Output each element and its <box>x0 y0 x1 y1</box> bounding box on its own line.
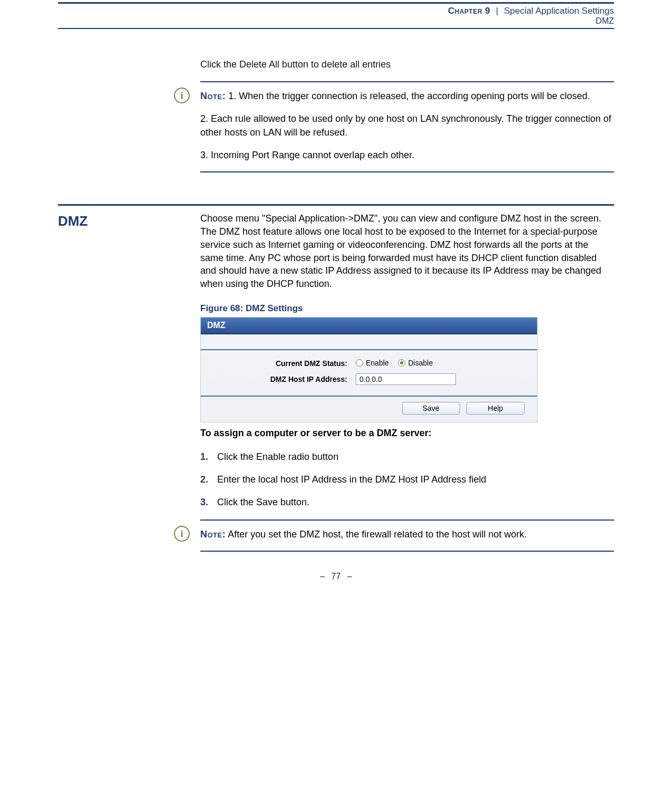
section-body: Choose menu "Special Application->DMZ", … <box>200 212 614 567</box>
step-3: 3. Click the Save button. <box>200 497 614 508</box>
page: Chapter 9 | Special Application Settings… <box>0 2 672 589</box>
dmz-ip-input[interactable] <box>356 373 456 385</box>
note-1-p1: 1. When the trigger connection is releas… <box>228 91 590 101</box>
enable-label: Enable <box>366 359 389 367</box>
content: Click the Delete All button to delete al… <box>0 58 672 567</box>
note-1-p2: 2. Each rule allowed to be used only by … <box>200 112 614 139</box>
step-1-num: 1. <box>200 451 217 463</box>
header-rule-bottom <box>58 28 614 29</box>
step-3-num: 3. <box>200 497 217 508</box>
header-subtitle: DMZ <box>58 16 614 28</box>
note-1-line-1: Note: 1. When the trigger connection is … <box>200 90 614 103</box>
step-1-text: Click the Enable radio button <box>217 451 614 463</box>
page-footer: – 77 – <box>0 572 672 581</box>
step-2-num: 2. <box>200 474 217 485</box>
footer-dash-right: – <box>347 572 352 581</box>
panel-form: Current DMZ Status: Enable Disable <box>201 350 537 396</box>
step-1: 1. Click the Enable radio button <box>200 451 614 463</box>
dmz-paragraph: Choose menu "Special Application->DMZ", … <box>200 212 614 291</box>
note-block-2: i Note: After you set the DMZ host, the … <box>200 520 614 552</box>
note-block-1: i Note: 1. When the trigger connection i… <box>200 81 614 172</box>
status-field: Enable Disable <box>356 359 524 368</box>
note-1-text: Note: 1. When the trigger connection is … <box>200 90 614 162</box>
section-heading: DMZ <box>58 212 200 229</box>
step-2: 2. Enter the local host IP Address in th… <box>200 474 614 485</box>
assign-heading: To assign a computer or server to be a D… <box>200 428 614 439</box>
intro-paragraph: Click the Delete All button to delete al… <box>200 58 614 71</box>
step-2-text: Enter the local host IP Address in the D… <box>217 474 614 485</box>
note-2-line: Note: After you set the DMZ host, the fi… <box>200 528 614 541</box>
header-line-1: Chapter 9 | Special Application Settings <box>58 4 614 17</box>
help-button[interactable]: Help <box>466 402 524 415</box>
section-row: DMZ Choose menu "Special Application->DM… <box>58 212 614 567</box>
header-separator: | <box>496 6 498 16</box>
page-number: 77 <box>332 572 341 581</box>
info-icon: i <box>174 88 190 103</box>
page-header: Chapter 9 | Special Application Settings… <box>0 2 672 29</box>
save-button[interactable]: Save <box>402 402 460 415</box>
note-1-p3: 3. Incoming Port Range cannot overlap ea… <box>200 149 614 162</box>
ip-row: DMZ Host IP Address: <box>213 373 524 385</box>
panel-buttons: Save Help <box>201 397 537 415</box>
note-2-body: After you set the DMZ host, the firewall… <box>228 529 527 540</box>
enable-radio-wrap[interactable]: Enable <box>356 359 389 367</box>
ip-label: DMZ Host IP Address: <box>213 375 356 383</box>
dmz-screenshot: DMZ Current DMZ Status: Enable <box>200 317 538 422</box>
info-icon: i <box>174 526 190 542</box>
step-3-text: Click the Save button. <box>217 497 614 508</box>
section-rule <box>58 204 614 206</box>
note-label: Note: <box>200 529 226 540</box>
status-label: Current DMZ Status: <box>213 359 356 368</box>
panel-title: DMZ <box>201 318 537 334</box>
disable-label: Disable <box>408 359 433 367</box>
enable-radio[interactable] <box>356 359 363 367</box>
chapter-title: Special Application Settings <box>504 6 614 16</box>
figure-caption: Figure 68: DMZ Settings <box>200 303 614 314</box>
chapter-label: Chapter 9 <box>448 6 490 16</box>
disable-radio-wrap[interactable]: Disable <box>398 359 433 367</box>
status-row: Current DMZ Status: Enable Disable <box>213 359 524 368</box>
note-2-text: Note: After you set the DMZ host, the fi… <box>200 528 614 541</box>
disable-radio[interactable] <box>398 359 405 367</box>
note-label: Note: <box>200 91 226 101</box>
intro-column: Click the Delete All button to delete al… <box>200 58 614 172</box>
footer-dash-left: – <box>320 572 325 581</box>
